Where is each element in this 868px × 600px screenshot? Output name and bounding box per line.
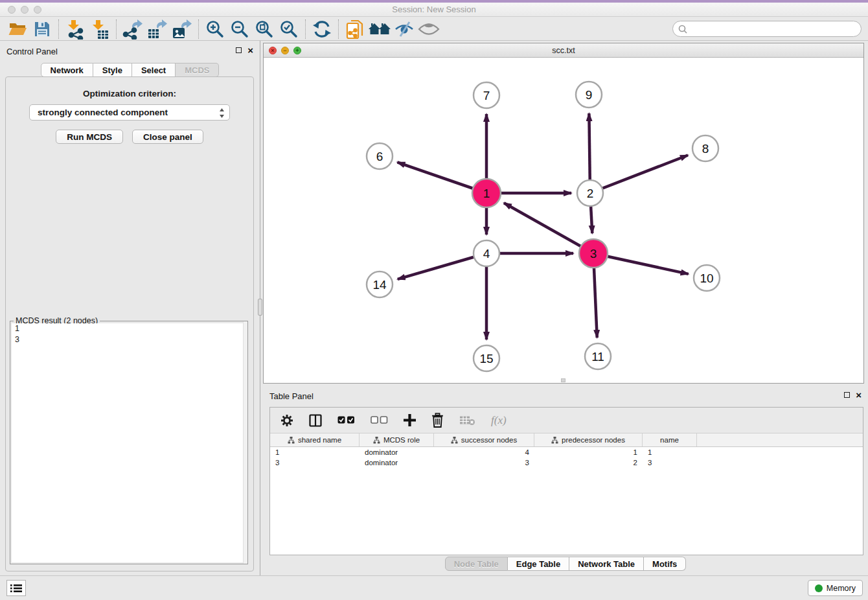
mcds-result-textarea[interactable]: 13 bbox=[12, 323, 246, 562]
plus-icon[interactable] bbox=[404, 414, 416, 426]
graph-node-label: 9 bbox=[586, 88, 593, 102]
network-graph[interactable]: 1234678910111415 bbox=[264, 58, 863, 384]
import-table-icon[interactable] bbox=[87, 18, 112, 40]
refresh-icon[interactable] bbox=[310, 18, 334, 40]
column-label: MCDS role bbox=[383, 436, 420, 444]
list-icon bbox=[10, 584, 22, 593]
zoom-selected-icon[interactable] bbox=[277, 18, 301, 40]
tab-node-table[interactable]: Node Table bbox=[445, 557, 508, 571]
column-header-MCDS-role[interactable]: MCDS role bbox=[360, 433, 434, 446]
checked-boxes-icon[interactable] bbox=[337, 416, 355, 424]
double-house-icon[interactable] bbox=[367, 18, 392, 40]
close-table-panel-icon[interactable]: × bbox=[856, 391, 862, 398]
column-header-name[interactable]: name bbox=[643, 433, 697, 446]
status-bar: Memory bbox=[0, 575, 868, 600]
graph-edge-4-14[interactable] bbox=[398, 253, 486, 279]
graph-node-label: 11 bbox=[591, 350, 604, 363]
column-header-predecessor-nodes[interactable]: predecessor nodes bbox=[534, 433, 643, 446]
memory-label: Memory bbox=[827, 584, 856, 593]
tab-network[interactable]: Network bbox=[41, 63, 93, 77]
graph-node-label: 6 bbox=[376, 150, 383, 163]
control-panel-header: Control Panel × bbox=[0, 41, 260, 60]
table-cell[interactable]: dominator bbox=[360, 457, 434, 468]
zoom-in-icon[interactable] bbox=[203, 18, 227, 40]
table-cell[interactable]: 3 bbox=[643, 457, 697, 468]
graph-node-label: 4 bbox=[483, 247, 490, 260]
result-line: 1 bbox=[12, 323, 246, 334]
task-history-button[interactable] bbox=[6, 580, 26, 596]
search-field[interactable] bbox=[672, 21, 862, 37]
toolbar-separator bbox=[198, 19, 199, 39]
table-toolbar: f(x) bbox=[270, 408, 863, 433]
table-cell[interactable]: 1 bbox=[643, 447, 697, 457]
import-network-icon[interactable] bbox=[63, 18, 87, 40]
tab-style[interactable]: Style bbox=[93, 63, 132, 77]
optimization-label: Optimization criterion: bbox=[6, 89, 253, 98]
float-table-panel-icon[interactable] bbox=[844, 392, 850, 398]
run-mcds-button[interactable]: Run MCDS bbox=[56, 130, 123, 144]
table-cell[interactable]: dominator bbox=[360, 447, 434, 457]
float-panel-icon[interactable] bbox=[236, 47, 242, 53]
column-header-shared-name[interactable]: shared name bbox=[270, 433, 360, 446]
tab-motifs[interactable]: Motifs bbox=[644, 557, 686, 571]
export-image-icon[interactable] bbox=[170, 18, 194, 40]
tab-select[interactable]: Select bbox=[132, 63, 176, 77]
column-header-successor-nodes[interactable]: successor nodes bbox=[434, 433, 534, 446]
eye-icon[interactable] bbox=[417, 18, 441, 40]
table-cell[interactable]: 3 bbox=[270, 457, 360, 468]
mcds-result-groupbox: MCDS result (2 nodes) 13 bbox=[10, 321, 248, 564]
splitter-handle-icon[interactable] bbox=[258, 299, 262, 316]
table-row[interactable]: 1dominator411 bbox=[270, 447, 863, 457]
graph-node-label: 8 bbox=[702, 142, 709, 156]
column-label: name bbox=[660, 436, 679, 444]
network-window-titlebar[interactable]: × − + scc.txt bbox=[264, 43, 863, 58]
duplicate-network-icon[interactable] bbox=[343, 18, 367, 40]
zoom-out-icon[interactable] bbox=[227, 18, 252, 40]
column-view-icon[interactable] bbox=[309, 414, 322, 427]
node-table-container: f(x) shared nameMCDS rolesuccessor nodes… bbox=[269, 407, 863, 555]
trash-icon[interactable] bbox=[431, 413, 444, 428]
table-cell[interactable]: 1 bbox=[534, 447, 643, 457]
close-panel-icon[interactable]: × bbox=[247, 47, 253, 54]
table-cell[interactable]: 4 bbox=[434, 447, 534, 457]
gear-icon[interactable] bbox=[280, 414, 293, 427]
table-cell[interactable]: 1 bbox=[270, 447, 360, 457]
export-network-icon[interactable] bbox=[120, 18, 145, 40]
table-type-tabs: Node TableEdge TableNetwork TableMotifs bbox=[263, 557, 868, 571]
tree-icon bbox=[451, 437, 458, 444]
memory-button[interactable]: Memory bbox=[808, 580, 863, 596]
save-icon[interactable] bbox=[30, 18, 54, 40]
tab-edge-table[interactable]: Edge Table bbox=[508, 557, 569, 571]
graph-edge-2-8[interactable] bbox=[590, 155, 688, 193]
control-panel-title: Control Panel bbox=[6, 47, 58, 56]
graph-edge-3-1[interactable] bbox=[504, 203, 593, 253]
table-panel: Table Panel × bbox=[263, 386, 868, 575]
graph-node-label: 1 bbox=[483, 187, 490, 200]
function-builder-icon: f(x) bbox=[491, 414, 507, 427]
zoom-fit-icon[interactable] bbox=[252, 18, 277, 40]
table-cell[interactable]: 3 bbox=[434, 457, 534, 468]
eye-slash-icon[interactable] bbox=[392, 18, 417, 40]
table-body: 1dominator4113dominator323 bbox=[270, 447, 863, 468]
criterion-select[interactable]: strongly connected component bbox=[29, 104, 230, 121]
window-title: Session: New Session bbox=[0, 5, 868, 14]
table-cell[interactable]: 2 bbox=[534, 457, 643, 468]
unchecked-boxes-icon[interactable] bbox=[371, 416, 388, 424]
network-window-title: scc.txt bbox=[264, 46, 863, 55]
result-scrollbar[interactable] bbox=[243, 321, 247, 564]
tab-mcds[interactable]: MCDS bbox=[176, 63, 219, 77]
table-row[interactable]: 3dominator323 bbox=[270, 457, 863, 468]
tab-network-table[interactable]: Network Table bbox=[569, 557, 644, 571]
canvas-resize-handle[interactable] bbox=[561, 378, 565, 382]
graph-node-label: 2 bbox=[587, 187, 594, 200]
column-label: predecessor nodes bbox=[562, 436, 625, 444]
network-canvas[interactable]: 1234678910111415 bbox=[264, 58, 863, 383]
graph-node-label: 7 bbox=[483, 89, 490, 102]
search-input[interactable] bbox=[691, 23, 861, 36]
toolbar-separator bbox=[116, 19, 117, 39]
table-panel-header: Table Panel × bbox=[263, 386, 868, 405]
close-panel-button[interactable]: Close panel bbox=[132, 130, 203, 144]
tree-icon bbox=[373, 437, 380, 444]
export-table-icon[interactable] bbox=[145, 18, 170, 40]
open-folder-icon[interactable] bbox=[5, 18, 30, 40]
